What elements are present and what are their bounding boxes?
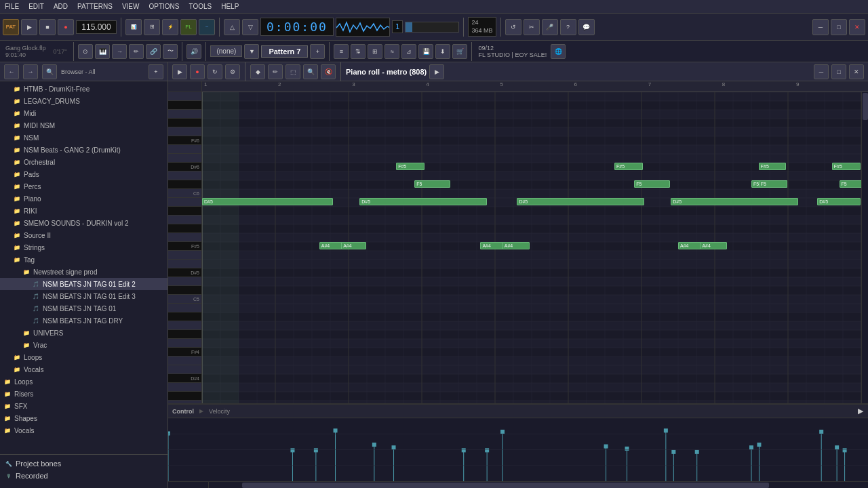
menu-tools[interactable]: TOOLS xyxy=(186,2,214,11)
piano-key-D5[interactable] xyxy=(168,277,201,286)
globe-icon[interactable]: 🌐 xyxy=(551,44,566,59)
piano-key-D#6[interactable]: D#6 xyxy=(168,163,201,171)
note-12[interactable]: F#5 xyxy=(759,163,786,170)
piano-key-D4[interactable] xyxy=(168,383,201,392)
plugin-icon[interactable]: ⚡ xyxy=(162,19,178,35)
none-display[interactable]: (none) xyxy=(210,45,242,57)
piano-key-A5[interactable] xyxy=(168,216,201,224)
sort-icon[interactable]: ⇅ xyxy=(351,44,366,59)
refresh-icon[interactable]: ↺ xyxy=(505,19,521,35)
sidebar-item-1[interactable]: 📁LEGACY_DRUMS xyxy=(0,95,167,107)
piano-icon[interactable]: 🎹 xyxy=(95,44,110,59)
piano-key-E6[interactable] xyxy=(168,154,201,163)
sidebar-item-28[interactable]: 📁Vocals xyxy=(0,424,167,436)
scrollbar-thumb-v[interactable] xyxy=(863,93,868,120)
param-icon[interactable]: ≈ xyxy=(384,44,399,59)
piano-key-F5[interactable] xyxy=(168,251,201,260)
piano-key-E5[interactable] xyxy=(168,260,201,268)
piano-key-G5[interactable] xyxy=(168,233,201,242)
sidebar-item-10[interactable]: 📁RIKI xyxy=(0,205,167,217)
arrow-right-icon[interactable]: → xyxy=(112,44,127,59)
question-icon[interactable]: ? xyxy=(560,19,576,35)
note-11[interactable]: A#4 xyxy=(502,242,530,249)
pattern-add-icon[interactable]: + xyxy=(310,44,325,59)
sidebar-item-27[interactable]: 📁Shapes xyxy=(0,412,167,424)
sidebar-item-6[interactable]: 📁Orchestral xyxy=(0,156,167,168)
maximize-button[interactable]: □ xyxy=(831,19,847,35)
piano-key-A#4[interactable] xyxy=(168,312,201,321)
menu-help[interactable]: HELP xyxy=(219,2,241,11)
note-18[interactable]: F#5 xyxy=(832,163,861,170)
sidebar-item-17[interactable]: 🎵NSM BEATS JN TAG 01 Edit 3 xyxy=(0,290,167,302)
play-button[interactable]: ▶ xyxy=(21,19,37,35)
piano-key-C#4[interactable] xyxy=(168,392,201,401)
sidebar-item-16[interactable]: 🎵NSM BEATS JN TAG 01 Edit 2 xyxy=(0,278,167,290)
pr-mute-icon[interactable]: 🔇 xyxy=(321,64,336,79)
piano-key-C4[interactable]: C4 xyxy=(168,401,201,403)
piano-key-C6[interactable]: C6 xyxy=(168,189,201,198)
piano-key-B4[interactable] xyxy=(168,304,201,312)
knob-icon[interactable]: ⊙ xyxy=(78,44,93,59)
sidebar-item-26[interactable]: 📁SFX xyxy=(0,400,167,412)
sidebar-item-15[interactable]: 📁Newstreet signe prod xyxy=(0,266,167,278)
piano-key-B6[interactable] xyxy=(168,92,201,101)
piano-key-D6[interactable] xyxy=(168,171,201,180)
note-19[interactable]: F5 xyxy=(840,180,861,188)
stop-button[interactable]: ■ xyxy=(39,19,56,35)
sidebar-item-5[interactable]: 📁NSM Beats - GANG 2 (DrumKit) xyxy=(0,144,167,156)
piano-key-G#6[interactable] xyxy=(168,119,201,127)
list-icon[interactable]: ≡ xyxy=(334,44,349,59)
piano-key-D#4[interactable]: D#4 xyxy=(168,374,201,383)
sidebar-item-20[interactable]: 📁UNIVERS xyxy=(0,327,167,339)
sidebar-item-3[interactable]: 📁MIDI NSM xyxy=(0,119,167,131)
pencil-icon[interactable]: ✏ xyxy=(129,44,144,59)
scrollbar-thumb-h[interactable] xyxy=(242,483,770,488)
sidebar-item-project-bones[interactable]: 🔧 Project bones xyxy=(4,458,163,470)
sidebar-item-2[interactable]: 📁Midi xyxy=(0,107,167,119)
vel-scroll-icon[interactable]: ▶ xyxy=(857,408,864,415)
menu-options[interactable]: OPTIONS xyxy=(146,2,181,11)
pr-close-icon[interactable]: ✕ xyxy=(849,64,864,79)
pr-loop-icon[interactable]: ↻ xyxy=(208,64,222,79)
arrow-down-icon[interactable]: ▽ xyxy=(242,19,258,35)
piano-key-G6[interactable] xyxy=(168,127,201,136)
wave-icon[interactable]: ~ xyxy=(199,19,215,35)
fl-icon[interactable]: FL xyxy=(180,19,197,35)
param2-icon[interactable]: ⊿ xyxy=(401,44,416,59)
scroll-track-h[interactable] xyxy=(209,482,868,488)
sidebar-item-19[interactable]: 🎵NSM BEATS JN TAG DRY xyxy=(0,314,167,327)
sidebar-item-12[interactable]: 📁Source II xyxy=(0,229,167,241)
sidebar-item-8[interactable]: 📁Percs xyxy=(0,180,167,192)
menu-file[interactable]: FILE xyxy=(3,2,21,11)
note-5[interactable]: F5 xyxy=(634,180,670,188)
pr-select-icon[interactable]: ⬚ xyxy=(285,64,300,79)
piano-key-B5[interactable] xyxy=(168,198,201,207)
pr-play-icon[interactable]: ▶ xyxy=(172,64,187,79)
note-1[interactable]: D#5 xyxy=(359,198,487,205)
pr-scrollbar-v[interactable] xyxy=(861,92,868,403)
piano-key-F6[interactable] xyxy=(168,145,201,154)
link-icon[interactable]: 🔗 xyxy=(146,44,161,59)
chat-icon[interactable]: 💬 xyxy=(578,19,595,35)
download-icon[interactable]: ⬇ xyxy=(435,44,450,59)
piano-key-F#6[interactable]: F#6 xyxy=(168,136,201,145)
sidebar-item-18[interactable]: 🎵NSM BEATS JN TAG 01 xyxy=(0,302,167,314)
sidebar-item-11[interactable]: 📁SMEMO SOUNDS - DURKIN vol 2 xyxy=(0,217,167,229)
piano-key-A6[interactable] xyxy=(168,110,201,119)
pr-expand-icon[interactable]: □ xyxy=(831,64,846,79)
piano-key-A4[interactable] xyxy=(168,321,201,330)
sidebar-add-icon[interactable]: + xyxy=(149,64,163,79)
note-16[interactable]: A#4 xyxy=(700,242,727,249)
menu-edit[interactable]: EDIT xyxy=(26,2,46,11)
store-icon[interactable]: 🛒 xyxy=(452,44,467,59)
pr-pencil2-icon[interactable]: ✏ xyxy=(268,64,283,79)
drop-arrow-icon[interactable]: ▼ xyxy=(244,44,259,59)
tempo-display[interactable]: 115.000 xyxy=(76,20,117,34)
piano-key-G#5[interactable] xyxy=(168,224,201,233)
piano-key-F#4[interactable]: F#4 xyxy=(168,348,201,357)
sidebar-item-9[interactable]: 📁Piano xyxy=(0,192,167,205)
pr-minimize-icon[interactable]: ─ xyxy=(814,64,829,79)
piano-key-F4[interactable] xyxy=(168,357,201,365)
sidebar-item-24[interactable]: 📁Loops xyxy=(0,375,167,388)
sidebar-item-13[interactable]: 📁Strings xyxy=(0,241,167,253)
